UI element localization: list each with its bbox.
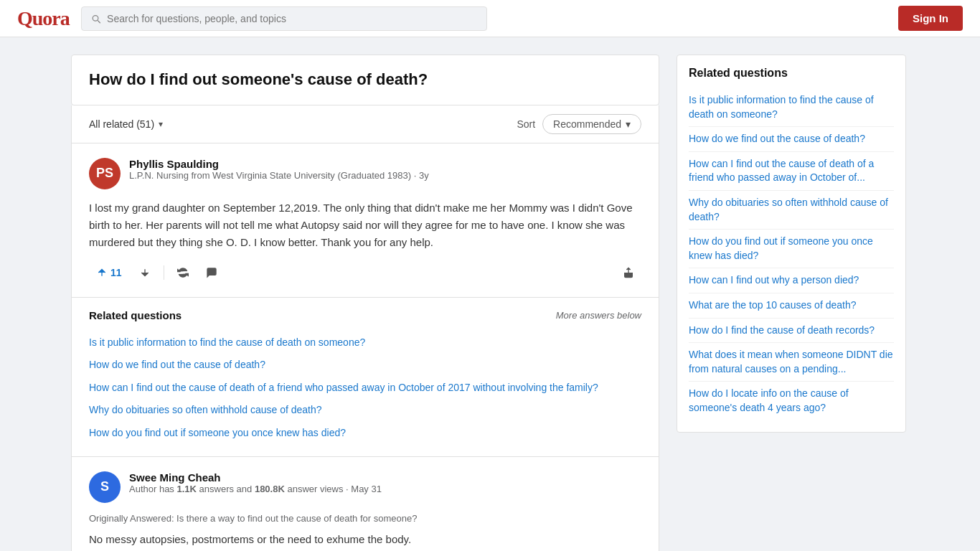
answer-header-2: S Swee Ming Cheah Author has 1.1K answer… bbox=[89, 471, 641, 503]
related-link-0[interactable]: Is it public information to find the cau… bbox=[89, 331, 641, 354]
avatar-2: S bbox=[89, 471, 121, 503]
related-block-header: Related questions More answers below bbox=[89, 309, 641, 321]
sort-label: Sort bbox=[517, 118, 535, 130]
credentials-suffix: answer views · May 31 bbox=[285, 484, 382, 494]
answer-body-2: No messy autopsies, postmortems or the n… bbox=[89, 531, 641, 548]
sidebar-link-7[interactable]: How do I find the cause of death records… bbox=[689, 319, 894, 344]
answer-actions-1: 11 bbox=[89, 263, 641, 283]
quora-logo[interactable]: Quora bbox=[17, 7, 70, 30]
sort-dropdown[interactable]: Recommended ▾ bbox=[542, 114, 641, 134]
signin-button[interactable]: Sign In bbox=[898, 6, 963, 31]
reshare-button-1[interactable] bbox=[170, 263, 196, 283]
main-column: How do I find out someone's cause of dea… bbox=[71, 55, 659, 551]
sidebar-link-2[interactable]: How can I find out the cause of death of… bbox=[689, 152, 894, 191]
sidebar-link-8[interactable]: What does it mean when someone DIDNT die… bbox=[689, 343, 894, 382]
filter-bar: All related (51) ▾ Sort Recommended ▾ bbox=[71, 105, 659, 143]
sidebar-link-3[interactable]: Why do obituaries so often withhold caus… bbox=[689, 191, 894, 230]
share-icon bbox=[623, 267, 634, 278]
related-questions-block: Related questions More answers below Is … bbox=[71, 298, 659, 457]
answerer-info-1: Phyllis Spaulding L.P.N. Nursing from We… bbox=[129, 158, 429, 181]
all-related-label: All related (51) bbox=[89, 118, 154, 130]
more-answers-label: More answers below bbox=[556, 310, 641, 321]
answer-header-1: PS Phyllis Spaulding L.P.N. Nursing from… bbox=[89, 158, 641, 189]
downvote-button-1[interactable] bbox=[132, 263, 158, 283]
related-link-1[interactable]: How do we find out the cause of death? bbox=[89, 354, 641, 377]
answer-body-1: I lost my grand daughter on September 12… bbox=[89, 199, 641, 251]
sidebar-link-4[interactable]: How do you find out if someone you once … bbox=[689, 230, 894, 268]
search-icon bbox=[90, 13, 101, 24]
answerer-info-2: Swee Ming Cheah Author has 1.1K answers … bbox=[129, 471, 382, 494]
downvote-icon bbox=[139, 267, 151, 278]
comment-icon bbox=[206, 267, 217, 278]
sidebar-link-0[interactable]: Is it public information to find the cau… bbox=[689, 88, 894, 127]
credentials-prefix: Author has bbox=[129, 484, 177, 494]
avatar-1: PS bbox=[89, 158, 121, 189]
sort-area: Sort Recommended ▾ bbox=[517, 114, 641, 134]
share-button-1[interactable] bbox=[616, 263, 641, 283]
page-layout: How do I find out someone's cause of dea… bbox=[60, 37, 920, 551]
chevron-down-icon: ▾ bbox=[159, 119, 163, 129]
reshare-icon bbox=[177, 267, 189, 278]
answerer-credentials-2: Author has 1.1K answers and 180.8K answe… bbox=[129, 484, 382, 494]
credentials-mid: answers and bbox=[197, 484, 255, 494]
answer-card-2: S Swee Ming Cheah Author has 1.1K answer… bbox=[71, 457, 659, 551]
answer-card-1: PS Phyllis Spaulding L.P.N. Nursing from… bbox=[71, 143, 659, 298]
answerer-name-1[interactable]: Phyllis Spaulding bbox=[129, 158, 429, 170]
sidebar-link-5[interactable]: How can I find out why a person died? bbox=[689, 268, 894, 293]
action-divider bbox=[164, 265, 164, 280]
sort-value: Recommended bbox=[553, 118, 621, 130]
related-link-4[interactable]: How do you find out if someone you once … bbox=[89, 422, 641, 445]
sidebar-card: Related questions Is it public informati… bbox=[677, 55, 906, 433]
avatar-initials-2: S bbox=[100, 479, 109, 494]
question-card: How do I find out someone's cause of dea… bbox=[71, 55, 659, 105]
header: Quora Sign In bbox=[0, 0, 980, 37]
avatar-initials: PS bbox=[96, 166, 113, 181]
sidebar-link-9[interactable]: How do I locate info on the cause of som… bbox=[689, 382, 894, 420]
upvote-button-1[interactable]: 11 bbox=[89, 263, 129, 283]
search-bar bbox=[81, 6, 488, 31]
related-block-title: Related questions bbox=[89, 309, 182, 321]
sidebar-link-1[interactable]: How do we find out the cause of death? bbox=[689, 127, 894, 152]
sidebar-link-6[interactable]: What are the top 10 causes of death? bbox=[689, 293, 894, 319]
answerer-credentials-1: L.P.N. Nursing from West Virginia State … bbox=[129, 170, 429, 181]
sidebar: Related questions Is it public informati… bbox=[677, 55, 906, 551]
comment-button-1[interactable] bbox=[199, 263, 225, 283]
all-related-filter[interactable]: All related (51) ▾ bbox=[89, 118, 163, 130]
author-views: 180.8K bbox=[255, 484, 285, 494]
upvote-count-1: 11 bbox=[110, 267, 122, 278]
original-question-label: Originally Answered: Is there a way to f… bbox=[89, 513, 641, 524]
upvote-icon bbox=[96, 267, 108, 278]
related-link-2[interactable]: How can I find out the cause of death of… bbox=[89, 377, 641, 400]
answerer-name-2[interactable]: Swee Ming Cheah bbox=[129, 471, 382, 484]
search-input[interactable] bbox=[107, 13, 478, 24]
question-title: How do I find out someone's cause of dea… bbox=[89, 70, 641, 90]
author-answers: 1.1K bbox=[177, 484, 197, 494]
chevron-down-icon: ▾ bbox=[626, 118, 631, 130]
sidebar-title: Related questions bbox=[689, 67, 894, 80]
related-link-3[interactable]: Why do obituaries so often withhold caus… bbox=[89, 399, 641, 422]
